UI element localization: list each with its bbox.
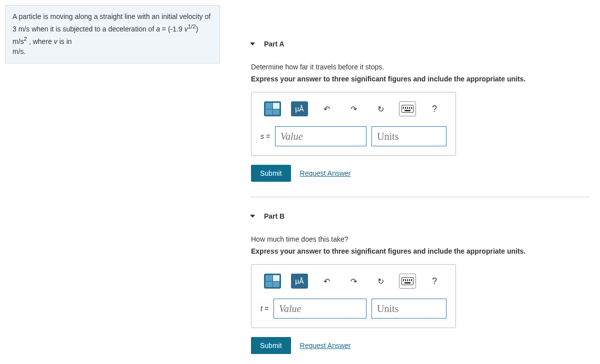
undo-icon[interactable]: ↶ xyxy=(318,274,335,289)
reset-icon[interactable]: ↻ xyxy=(372,101,389,116)
special-chars-button[interactable]: µÅ xyxy=(291,101,308,116)
part-b-header[interactable]: Part B xyxy=(250,202,590,225)
part-a-header[interactable]: Part A xyxy=(250,30,590,53)
part-a-units-input[interactable] xyxy=(372,126,446,146)
help-icon[interactable]: ? xyxy=(426,274,443,289)
special-chars-button[interactable]: µÅ xyxy=(291,274,308,289)
part-a-submit-button[interactable]: Submit xyxy=(251,165,291,182)
part-a-prompt: Determine how far it travels before it s… xyxy=(251,63,590,71)
part-b-toolbar: µÅ ↶ ↷ ↻ ? xyxy=(258,274,448,289)
keyboard-icon[interactable] xyxy=(399,274,416,289)
part-a-var-label: s = xyxy=(260,132,270,140)
reset-icon[interactable]: ↻ xyxy=(372,274,389,289)
part-b-instruction: Express your answer to three significant… xyxy=(251,247,590,255)
part-b-var-label: t = xyxy=(260,305,268,313)
part-a-title: Part A xyxy=(264,40,284,48)
part-b-submit-button[interactable]: Submit xyxy=(251,337,291,354)
part-a-answer-box: µÅ ↶ ↷ ↻ ? s = xyxy=(251,92,456,156)
part-b-body: How much time does this take? Express yo… xyxy=(250,235,590,354)
part-a-toolbar: µÅ ↶ ↷ ↻ ? xyxy=(258,101,448,116)
problem-statement: A particle is moving along a straight li… xyxy=(5,5,220,63)
divider xyxy=(250,197,590,197)
template-icon[interactable] xyxy=(264,274,281,289)
chevron-down-icon xyxy=(250,215,255,218)
redo-icon[interactable]: ↷ xyxy=(345,101,362,116)
part-a-instruction: Express your answer to three significant… xyxy=(251,75,590,83)
part-a-request-answer-link[interactable]: Request Answer xyxy=(300,169,351,177)
keyboard-icon[interactable] xyxy=(399,101,416,116)
template-icon[interactable] xyxy=(264,101,281,116)
undo-icon[interactable]: ↶ xyxy=(318,101,335,116)
part-b-title: Part B xyxy=(264,212,284,220)
part-b-value-input[interactable] xyxy=(274,299,366,319)
help-icon[interactable]: ? xyxy=(426,101,443,116)
part-b-answer-box: µÅ ↶ ↷ ↻ ? t = xyxy=(251,264,456,328)
part-b-prompt: How much time does this take? xyxy=(251,235,590,243)
redo-icon[interactable]: ↷ xyxy=(345,274,362,289)
chevron-down-icon xyxy=(250,42,255,45)
part-a-value-input[interactable] xyxy=(275,126,366,146)
part-b-units-input[interactable] xyxy=(372,299,446,319)
part-a-body: Determine how far it travels before it s… xyxy=(250,63,590,182)
part-b-request-answer-link[interactable]: Request Answer xyxy=(300,342,351,350)
